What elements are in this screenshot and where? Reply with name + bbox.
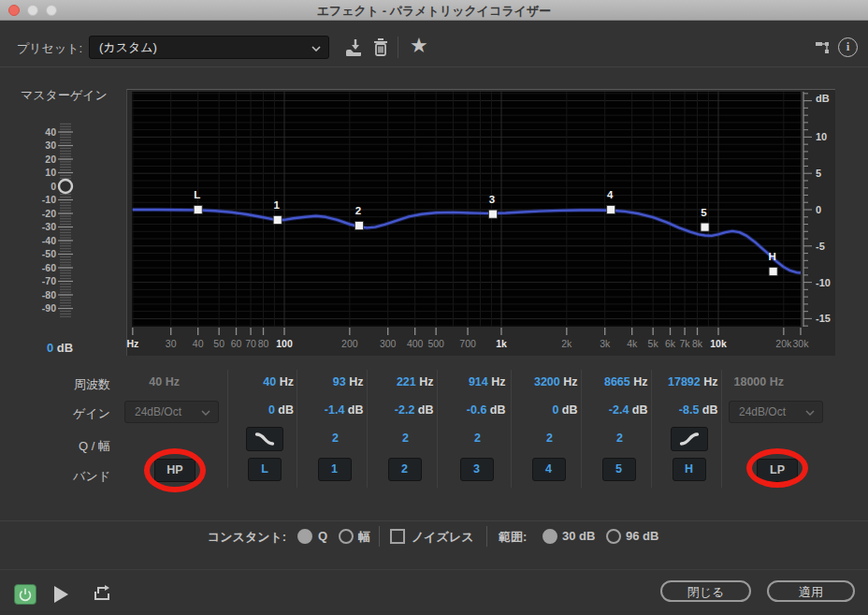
- range-30db-radio[interactable]: [542, 529, 557, 544]
- apply-button[interactable]: 適用: [767, 580, 855, 602]
- noiseless-checkbox[interactable]: [390, 529, 405, 544]
- row-label-3: バンド: [0, 468, 110, 485]
- svg-text:0: 0: [51, 181, 56, 192]
- options-separator: [379, 526, 380, 547]
- svg-text:7k: 7k: [680, 338, 691, 349]
- delete-preset-icon[interactable]: [369, 36, 393, 60]
- chevron-down-icon: [805, 410, 815, 416]
- divider: [0, 66, 868, 67]
- master-gain-knob[interactable]: [59, 180, 72, 193]
- info-icon[interactable]: i: [838, 37, 858, 57]
- svg-text:-70: -70: [42, 275, 56, 286]
- svg-text:8k: 8k: [692, 338, 703, 349]
- svg-text:5: 5: [701, 207, 707, 218]
- band-button-2[interactable]: 2: [388, 458, 422, 481]
- low-shelf-icon[interactable]: [246, 427, 283, 451]
- band-button-1[interactable]: 1: [318, 458, 352, 481]
- band-frequency-value[interactable]: 3200 Hz: [512, 375, 578, 388]
- effect-power-toggle[interactable]: [14, 584, 36, 605]
- master-gain-slider[interactable]: 403020100-10-20-30-40-50-60-70-80-90: [34, 110, 94, 346]
- range-30db-label: 30 dB: [562, 529, 595, 543]
- preset-dropdown[interactable]: (カスタム): [89, 36, 329, 59]
- divider: [0, 569, 868, 570]
- eq-control-point-H[interactable]: [769, 267, 777, 275]
- eq-control-point-5[interactable]: [701, 223, 709, 231]
- svg-text:-5: -5: [816, 241, 825, 252]
- toolbar-separator: [398, 37, 398, 58]
- eq-control-point-3[interactable]: [488, 210, 497, 218]
- preview-play-button[interactable]: [54, 586, 68, 603]
- svg-text:4: 4: [607, 189, 614, 200]
- band-gain-value[interactable]: -2.2 dB: [368, 403, 434, 417]
- band-gain-value[interactable]: -0.6 dB: [440, 403, 506, 417]
- row-label-1: ゲイン: [0, 405, 110, 422]
- svg-text:20: 20: [45, 154, 56, 165]
- eq-control-point-2[interactable]: [354, 222, 363, 230]
- band-button-H[interactable]: H: [673, 458, 706, 481]
- master-gain-value[interactable]: 0 dB: [47, 341, 73, 355]
- band-q-value[interactable]: 2: [391, 432, 421, 445]
- high-shelf-icon[interactable]: [671, 427, 708, 451]
- band-q-value[interactable]: 2: [535, 432, 565, 445]
- chevron-down-icon: [201, 410, 210, 416]
- svg-text:1k: 1k: [496, 338, 507, 349]
- svg-text:70: 70: [245, 338, 256, 349]
- band-button-L[interactable]: L: [248, 458, 282, 481]
- svg-text:20k: 20k: [775, 338, 792, 349]
- band-gain-value[interactable]: -1.4 dB: [297, 403, 364, 417]
- range-96db-radio[interactable]: [606, 529, 621, 544]
- svg-text:50: 50: [213, 338, 224, 349]
- svg-text:3: 3: [489, 194, 495, 205]
- hp-frequency-value: 40 Hz: [105, 375, 180, 388]
- band-q-value[interactable]: 2: [321, 432, 351, 445]
- band-frequency-value[interactable]: 221 Hz: [368, 375, 434, 388]
- loop-playback-button[interactable]: [93, 584, 111, 603]
- band-button-5[interactable]: 5: [602, 458, 636, 481]
- master-gain-label: マスターゲイン: [21, 87, 108, 104]
- close-button[interactable]: 閉じる: [660, 580, 751, 602]
- svg-text:500: 500: [427, 338, 444, 349]
- band-button-4[interactable]: 4: [532, 458, 566, 481]
- eq-control-point-4[interactable]: [607, 206, 615, 214]
- column-separator: [437, 370, 438, 488]
- svg-text:10: 10: [45, 167, 56, 178]
- band-frequency-value[interactable]: 40 Hz: [227, 375, 294, 388]
- chevron-down-icon: [311, 46, 321, 51]
- constant-q-radio[interactable]: [297, 529, 312, 544]
- eq-control-point-1[interactable]: [273, 215, 282, 224]
- band-parameters-section: 周波数ゲインQ / 幅バンド40 Hz24dB/OctHP40 Hz0 dBL9…: [0, 367, 868, 498]
- eq-frequency-response-chart[interactable]: Hz3040506070801002003004005007001k2k3k4k…: [127, 90, 834, 355]
- lp-frequency-value: 18000 Hz: [709, 375, 784, 388]
- band-gain-value[interactable]: -8.5 dB: [652, 403, 718, 417]
- svg-text:30k: 30k: [793, 338, 810, 349]
- band-frequency-value[interactable]: 93 Hz: [297, 375, 364, 388]
- save-preset-icon[interactable]: [342, 36, 367, 60]
- svg-text:-30: -30: [42, 221, 56, 232]
- band-frequency-value[interactable]: 17892 Hz: [652, 375, 718, 388]
- band-gain-value[interactable]: 0 dB: [512, 403, 578, 417]
- svg-text:3k: 3k: [600, 338, 611, 349]
- preset-dropdown-value: (カスタム): [99, 40, 157, 54]
- band-button-3[interactable]: 3: [460, 458, 494, 481]
- svg-text:-20: -20: [42, 208, 56, 219]
- svg-text:H: H: [768, 251, 775, 262]
- hp-button[interactable]: HP: [154, 459, 195, 482]
- svg-text:30: 30: [166, 338, 177, 349]
- svg-text:-40: -40: [42, 235, 56, 246]
- svg-text:dB: dB: [816, 93, 830, 104]
- band-gain-value[interactable]: -2.4 dB: [582, 403, 648, 417]
- band-q-value[interactable]: 2: [605, 432, 635, 445]
- constant-label: コンスタント:: [208, 529, 286, 546]
- band-frequency-value[interactable]: 8665 Hz: [582, 375, 648, 388]
- svg-text:40: 40: [193, 338, 204, 349]
- band-q-value[interactable]: 2: [463, 432, 493, 445]
- svg-text:-90: -90: [42, 302, 56, 314]
- constant-width-radio[interactable]: [339, 529, 354, 544]
- eq-control-point-L[interactable]: [194, 206, 202, 214]
- svg-text:60: 60: [231, 338, 242, 349]
- band-gain-value[interactable]: 0 dB: [227, 403, 294, 417]
- channel-routing-icon[interactable]: [815, 39, 832, 56]
- band-frequency-value[interactable]: 914 Hz: [440, 375, 506, 388]
- lp-button[interactable]: LP: [757, 459, 798, 482]
- favorite-star-icon[interactable]: ★: [410, 34, 434, 58]
